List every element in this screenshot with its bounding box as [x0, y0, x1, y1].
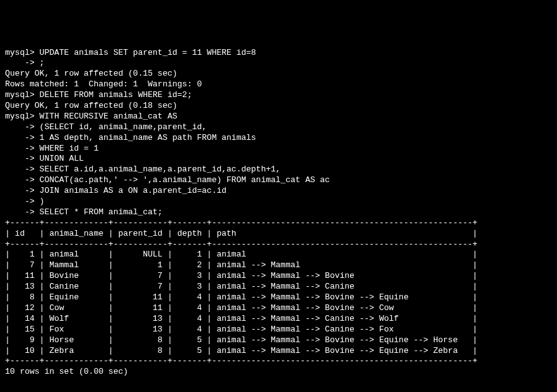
- terminal-line: -> (SELECT id, animal_name,parent_id,: [5, 122, 552, 133]
- terminal-line: +------+-------------+-----------+------…: [5, 218, 552, 229]
- terminal-line: -> SELECT * FROM animal_cat;: [5, 207, 552, 218]
- terminal-line: | 8 | Equine | 11 | 4 | animal --> Mamma…: [5, 292, 552, 303]
- terminal-line: -> 1 AS depth, animal_name AS path FROM …: [5, 133, 552, 144]
- terminal-line: | id | animal_name | parent_id | depth |…: [5, 229, 552, 239]
- terminal-line: +------+-------------+-----------+------…: [5, 239, 552, 250]
- terminal-line: Query OK, 1 row affected (0.15 sec): [5, 69, 552, 79]
- terminal-line: mysql> WITH RECURSIVE animal_cat AS: [5, 112, 552, 122]
- terminal-line: | 12 | Cow | 11 | 4 | animal --> Mammal …: [5, 303, 552, 314]
- terminal-line: | 11 | Bovine | 7 | 3 | animal --> Mamma…: [5, 271, 552, 282]
- terminal-line: 10 rows in set (0.00 sec): [5, 367, 552, 378]
- terminal-line: | 1 | animal | NULL | 1 | animal |: [5, 250, 552, 260]
- mysql-terminal-output: mysql> UPDATE animals SET parent_id = 11…: [5, 48, 552, 378]
- terminal-line: +------+-------------+-----------+------…: [5, 356, 552, 367]
- terminal-line: | 7 | Mammal | 1 | 2 | animal --> Mammal…: [5, 260, 552, 271]
- terminal-line: | 15 | Fox | 13 | 4 | animal --> Mammal …: [5, 325, 552, 335]
- terminal-line: mysql> UPDATE animals SET parent_id = 11…: [5, 48, 552, 59]
- terminal-line: -> WHERE id = 1: [5, 144, 552, 154]
- terminal-line: -> ): [5, 197, 552, 207]
- terminal-line: Rows matched: 1 Changed: 1 Warnings: 0: [5, 79, 552, 90]
- terminal-line: | 14 | Wolf | 13 | 4 | animal --> Mammal…: [5, 314, 552, 325]
- terminal-line: mysql> DELETE FROM animals WHERE id=2;: [5, 90, 552, 101]
- terminal-line: -> CONCAT(ac.path,' --> ',a.animal_name)…: [5, 175, 552, 186]
- terminal-line: | 10 | Zebra | 8 | 5 | animal --> Mammal…: [5, 346, 552, 357]
- terminal-line: Query OK, 1 row affected (0.18 sec): [5, 101, 552, 112]
- terminal-line: -> SELECT a.id,a.animal_name,a.parent_id…: [5, 164, 552, 175]
- terminal-line: | 13 | Canine | 7 | 3 | animal --> Mamma…: [5, 282, 552, 292]
- terminal-line: -> ;: [5, 58, 552, 69]
- terminal-line: | 9 | Horse | 8 | 5 | animal --> Mammal …: [5, 335, 552, 346]
- terminal-line: -> JOIN animals AS a ON a.parent_id=ac.i…: [5, 186, 552, 197]
- terminal-line: -> UNION ALL: [5, 154, 552, 164]
